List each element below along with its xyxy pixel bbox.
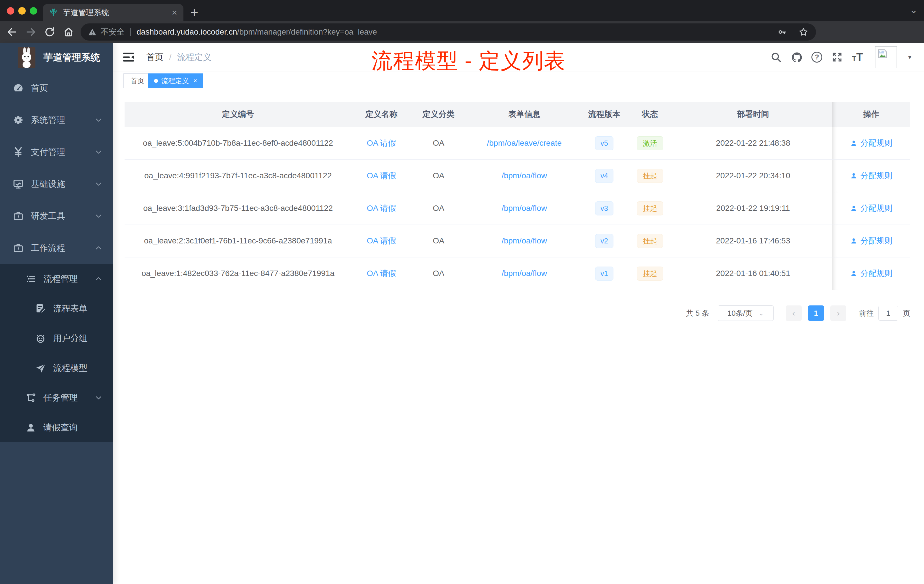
- form-link[interactable]: /bpm/oa/flow: [502, 171, 547, 180]
- version-badge: v5: [595, 136, 614, 150]
- goto-page-input[interactable]: [878, 306, 898, 320]
- definition-name-link[interactable]: OA 请假: [367, 236, 396, 245]
- github-icon[interactable]: [791, 51, 802, 63]
- sidebar-item-system[interactable]: 系统管理: [0, 104, 113, 136]
- assign-rule-button[interactable]: 分配规则: [850, 138, 892, 148]
- avatar-dropdown-caret-icon[interactable]: ▼: [907, 54, 912, 61]
- table-row: oa_leave:3:1fad3d93-7b75-11ec-a3c8-acde4…: [125, 192, 910, 224]
- url-domain[interactable]: dashboard.yudao.iocoder.cn: [137, 27, 237, 36]
- search-icon[interactable]: [770, 51, 782, 63]
- form-pen-icon: [35, 303, 46, 314]
- sidebar-item-process-form[interactable]: 流程表单: [0, 294, 113, 323]
- browser-tab[interactable]: 芋道管理系统 ×: [43, 4, 183, 21]
- cell-deploy-time: 2022-01-22 20:34:10: [674, 159, 832, 192]
- new-tab-button[interactable]: +: [190, 5, 198, 21]
- maximize-window-button[interactable]: [30, 7, 37, 15]
- sidebar-item-user-group[interactable]: 用户分组: [0, 323, 113, 353]
- definition-name-link[interactable]: OA 请假: [367, 204, 396, 213]
- avatar[interactable]: [875, 46, 897, 68]
- version-badge: v3: [595, 201, 614, 215]
- app-logo[interactable]: 芋道管理系统: [18, 46, 100, 69]
- yuan-icon: [13, 146, 24, 158]
- cell-deploy-time: 2022-01-16 01:40:51: [674, 257, 832, 290]
- gear-icon: [13, 114, 24, 126]
- form-link[interactable]: /bpm/oa/leave/create: [487, 139, 562, 147]
- sidebar-item-process-model[interactable]: 流程模型: [0, 353, 113, 383]
- favicon-plant-icon: [49, 8, 58, 17]
- sidebar-item-workflow[interactable]: 工作流程: [0, 232, 113, 264]
- password-key-icon[interactable]: [777, 27, 787, 37]
- sidebar-item-dev-tools[interactable]: 研发工具: [0, 200, 113, 232]
- cell-category: OA: [411, 192, 466, 224]
- back-icon[interactable]: [6, 26, 18, 38]
- page-number-button[interactable]: 1: [808, 305, 824, 321]
- chevron-up-icon: [95, 244, 102, 252]
- tab-title: 芋道管理系统: [63, 7, 172, 18]
- not-secure-warning-icon: [88, 28, 97, 36]
- dashboard-icon: [13, 82, 24, 94]
- assign-rule-button[interactable]: 分配规则: [850, 236, 892, 246]
- chevron-down-icon: [95, 180, 102, 188]
- assign-rule-button[interactable]: 分配规则: [850, 268, 892, 279]
- tag-home[interactable]: 首页: [124, 73, 152, 88]
- sidebar-item-process-management[interactable]: 流程管理: [0, 264, 113, 294]
- cell-deploy-time: 2022-01-22 21:48:38: [674, 127, 832, 159]
- table-row: oa_leave:2:3c1f0ef1-76b1-11ec-9c66-a2380…: [125, 224, 910, 257]
- monitor-icon: [13, 178, 24, 190]
- sidebar-item-task-management[interactable]: 任务管理: [0, 383, 113, 412]
- bookmark-star-icon[interactable]: [798, 27, 808, 37]
- home-icon[interactable]: [63, 26, 74, 38]
- help-icon[interactable]: ?: [812, 52, 822, 63]
- chevron-down-icon: [95, 212, 102, 220]
- logo-rabbit-avatar: [18, 47, 35, 68]
- table-row: oa_leave:5:004b710b-7b8a-11ec-8ef0-acde4…: [125, 127, 910, 159]
- goto-label: 前往: [859, 308, 874, 318]
- user-icon: [850, 270, 858, 277]
- forward-icon[interactable]: [25, 26, 36, 38]
- pagination-total: 共 5 条: [686, 308, 709, 318]
- definition-name-link[interactable]: OA 请假: [367, 139, 396, 147]
- page-size-select[interactable]: 10条/页 ⌄: [718, 305, 774, 321]
- next-page-button[interactable]: ›: [830, 305, 846, 321]
- url-path[interactable]: /bpm/manager/definition?key=oa_leave: [237, 27, 377, 36]
- font-size-icon[interactable]: TT: [852, 51, 863, 63]
- sidebar-collapse-icon[interactable]: [122, 50, 135, 64]
- form-link[interactable]: /bpm/oa/flow: [502, 236, 547, 245]
- col-definition-id: 定义编号: [125, 102, 351, 127]
- sidebar-item-infrastructure[interactable]: 基础设施: [0, 168, 113, 200]
- form-link[interactable]: /bpm/oa/flow: [502, 204, 547, 213]
- cell-definition-id: oa_leave:3:1fad3d93-7b75-11ec-a3c8-acde4…: [125, 192, 351, 224]
- version-badge: v4: [595, 169, 614, 183]
- browser-toolbar: 不安全 dashboard.yudao.iocoder.cn/bpm/manag…: [0, 21, 924, 43]
- form-link[interactable]: /bpm/oa/flow: [502, 269, 547, 278]
- sidebar-item-home[interactable]: 首页: [0, 72, 113, 104]
- address-bar[interactable]: 不安全 dashboard.yudao.iocoder.cn/bpm/manag…: [81, 23, 816, 41]
- briefcase-icon: [13, 210, 24, 222]
- assign-rule-button[interactable]: 分配规则: [850, 170, 892, 181]
- chevron-down-icon: [95, 394, 102, 401]
- col-deploy-time: 部署时间: [674, 102, 832, 127]
- definition-name-link[interactable]: OA 请假: [367, 171, 396, 180]
- assign-rule-button[interactable]: 分配规则: [850, 203, 892, 214]
- breadcrumb-home[interactable]: 首页: [146, 51, 163, 63]
- workflow-submenu: 流程管理 流程表单 用户分组: [0, 264, 113, 442]
- tag-close-icon[interactable]: ×: [193, 77, 197, 84]
- minimize-window-button[interactable]: [18, 7, 26, 15]
- fullscreen-icon[interactable]: [832, 51, 843, 63]
- sidebar-item-payment[interactable]: 支付管理: [0, 136, 113, 168]
- reload-icon[interactable]: [44, 26, 55, 38]
- sidebar-menu: 首页 系统管理 支付管理 基础设施: [0, 72, 113, 442]
- chevron-down-icon: [95, 148, 102, 156]
- col-actions: 操作: [832, 102, 910, 127]
- list-tree-icon: [25, 273, 36, 285]
- security-label[interactable]: 不安全: [101, 26, 125, 38]
- sidebar-item-leave-query[interactable]: 请假查询: [0, 412, 113, 442]
- definition-name-link[interactable]: OA 请假: [367, 269, 396, 278]
- cell-category: OA: [411, 159, 466, 192]
- robot-face-icon: [35, 333, 46, 344]
- tag-process-definition[interactable]: 流程定义 ×: [148, 73, 203, 88]
- close-window-button[interactable]: [7, 7, 14, 15]
- tab-close-icon[interactable]: ×: [172, 8, 177, 17]
- tab-strip-chevron-icon[interactable]: ⌄: [910, 4, 918, 15]
- prev-page-button[interactable]: ‹: [786, 305, 802, 321]
